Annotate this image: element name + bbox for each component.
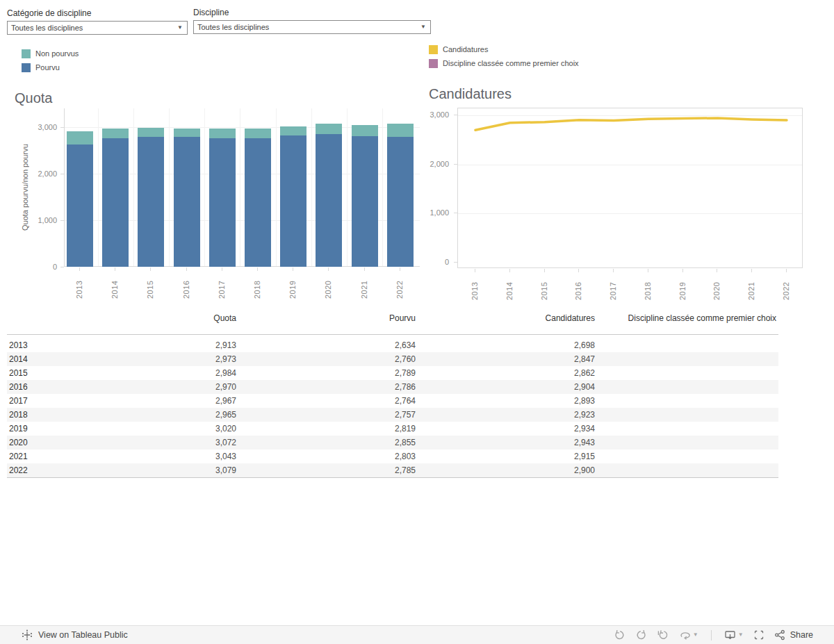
bar-non-pourvus-2022[interactable] (387, 124, 414, 138)
x-tick-mark (544, 269, 545, 272)
x-tick-label: 2014 (505, 274, 514, 300)
bar-non-pourvus-2013[interactable] (67, 131, 93, 145)
undo-button[interactable] (614, 629, 626, 641)
bar-non-pourvus-2020[interactable] (316, 124, 342, 134)
fullscreen-button[interactable] (753, 629, 764, 641)
legend-label: Discipline classée comme premier choix (443, 59, 579, 67)
table-row[interactable]: 20193,0202,8192,934 (7, 422, 778, 436)
bar-pourvu-2014[interactable] (102, 138, 129, 267)
legend-item-premier-choix[interactable]: Discipline classée comme premier choix (429, 58, 579, 68)
cell-pourvu: 2,757 (277, 410, 416, 420)
x-tick-label: 2022 (395, 272, 404, 299)
table-row[interactable]: 20152,9842,7892,862 (7, 366, 778, 380)
table-row[interactable]: 20142,9732,7602,847 (7, 352, 778, 366)
cell-premier_choix (568, 354, 776, 365)
share-icon (774, 629, 785, 641)
cell-quota: 3,079 (97, 465, 236, 476)
legend-label: Candidatures (443, 45, 488, 53)
bar-pourvu-2022[interactable] (387, 137, 414, 267)
table-row[interactable]: 20132,9132,6342,698 (7, 338, 778, 352)
discipline-filter-dropdown[interactable]: Toutes les disciplines ▼ (193, 20, 431, 34)
x-tick-label: 2019 (678, 274, 687, 300)
x-tick-mark (648, 269, 648, 272)
bar-non-pourvus-2016[interactable] (174, 129, 200, 137)
table-row[interactable]: 20203,0722,8552,943 (7, 436, 778, 449)
discipline-filter: Discipline Toutes les disciplines ▼ (193, 8, 431, 34)
column-header-pourvu: Pourvu (277, 313, 416, 324)
gridline (458, 115, 802, 116)
legend-item-candidatures[interactable]: Candidatures (429, 44, 488, 54)
bar-non-pourvus-2014[interactable] (102, 129, 129, 138)
cell-quota: 2,967 (97, 396, 236, 406)
bar-pourvu-2019[interactable] (280, 135, 306, 267)
cell-quota: 2,913 (97, 340, 236, 351)
download-icon (724, 629, 736, 641)
tableau-logo-icon (22, 629, 33, 641)
cell-year: 2015 (9, 368, 28, 379)
x-tick-mark (509, 269, 510, 272)
table-row[interactable]: 20223,0792,7852,900 (7, 463, 778, 477)
chevron-down-icon: ▼ (693, 632, 698, 638)
bar-non-pourvus-2018[interactable] (245, 129, 271, 138)
cell-premier_choix (568, 368, 776, 379)
x-tick-mark (150, 267, 151, 271)
reset-button[interactable] (657, 629, 669, 641)
undo-icon (614, 629, 626, 641)
candidatures-line[interactable] (458, 108, 803, 269)
table-row[interactable]: 20182,9652,7572,923 (7, 408, 778, 422)
column-header-premier-choix: Discipline classée comme premier choix (568, 313, 776, 324)
bar-non-pourvus-2019[interactable] (280, 126, 306, 135)
gridline (458, 165, 802, 165)
legend-item-non-pourvus[interactable]: Non pourvus (22, 49, 79, 58)
bar-pourvu-2018[interactable] (245, 138, 271, 267)
bar-non-pourvus-2021[interactable] (352, 125, 378, 136)
table-row[interactable]: 20213,0432,8032,915 (7, 449, 778, 463)
cell-premier_choix (568, 438, 776, 448)
y-tick-label: 2,000 (414, 160, 449, 168)
x-tick-label: 2022 (781, 274, 791, 300)
x-tick-mark (613, 269, 614, 272)
bar-non-pourvus-2015[interactable] (138, 128, 164, 137)
column-separator (204, 108, 205, 266)
download-button[interactable]: ▼ (724, 629, 744, 641)
categorie-filter-label: Catégorie de discipline (7, 8, 188, 18)
table-row[interactable]: 20172,9672,7642,893 (7, 394, 778, 408)
cell-premier_choix (568, 340, 776, 351)
column-separator (98, 108, 99, 266)
legend-item-pourvu[interactable]: Pourvu (22, 63, 60, 72)
cell-pourvu: 2,803 (277, 452, 416, 462)
bar-non-pourvus-2017[interactable] (209, 129, 236, 138)
refresh-icon (679, 629, 691, 641)
cell-year: 2013 (9, 340, 28, 351)
redo-button[interactable] (635, 629, 647, 641)
chevron-down-icon: ▼ (177, 25, 183, 31)
x-tick-mark (328, 267, 329, 271)
pourvu-swatch (22, 63, 31, 72)
candidatures-chart-title: Candidatures (429, 86, 512, 102)
cell-year: 2018 (9, 410, 28, 420)
cell-quota: 3,043 (97, 452, 236, 462)
x-tick-mark (682, 269, 683, 272)
cell-year: 2017 (9, 396, 28, 406)
table-row[interactable]: 20162,9702,7862,904 (7, 380, 778, 394)
bar-pourvu-2021[interactable] (352, 136, 378, 267)
column-separator (133, 108, 134, 266)
bar-pourvu-2017[interactable] (209, 138, 236, 267)
refresh-button[interactable]: ▼ (679, 629, 698, 641)
cell-year: 2019 (9, 424, 28, 434)
share-button[interactable]: Share (774, 629, 813, 641)
x-tick-label: 2013 (74, 272, 84, 299)
gridline (458, 213, 802, 214)
categorie-filter-dropdown[interactable]: Toutes les disciplines ▼ (7, 21, 188, 35)
candidatures-y-axis: 01,0002,0003,000 (414, 108, 457, 268)
redo-icon (635, 629, 647, 641)
cell-quota: 2,970 (97, 382, 236, 393)
bar-pourvu-2013[interactable] (67, 145, 93, 267)
bar-pourvu-2015[interactable] (138, 137, 164, 267)
x-tick-label: 2019 (288, 272, 297, 299)
view-on-tableau-public-button[interactable]: View on Tableau Public (22, 629, 128, 641)
cell-pourvu: 2,764 (277, 396, 416, 406)
bar-pourvu-2020[interactable] (316, 134, 342, 267)
cell-quota: 2,973 (97, 354, 236, 365)
bar-pourvu-2016[interactable] (174, 137, 200, 267)
